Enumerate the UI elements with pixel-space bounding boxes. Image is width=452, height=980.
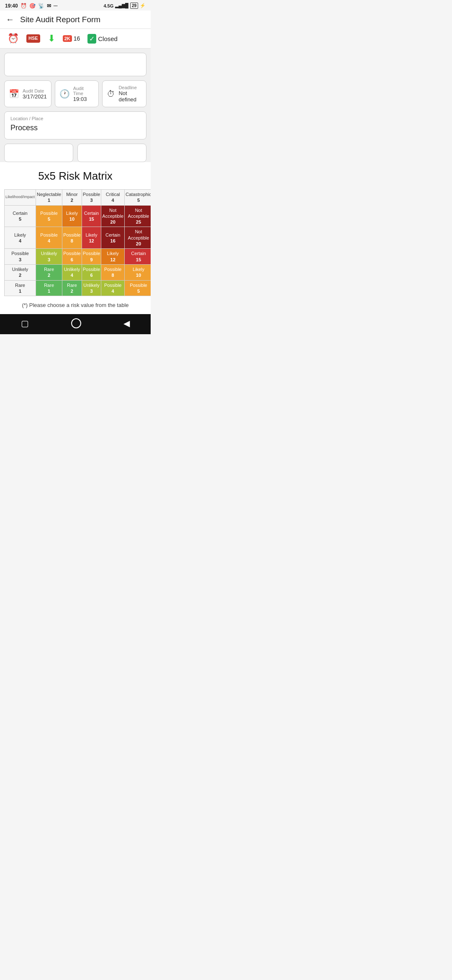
closed-label: Closed <box>98 35 118 42</box>
row-header-3: Unlikely2 <box>5 264 36 280</box>
location-value: Process <box>10 124 140 132</box>
cell-r2-c4[interactable]: Certain15 <box>125 249 151 265</box>
badge-icon: 2K <box>63 35 72 42</box>
col-header-4: Critical4 <box>101 190 125 206</box>
col-header-1: Neglectable1 <box>36 190 62 206</box>
message-icon: ✉ <box>47 3 51 9</box>
signal-icon: 📡 <box>38 3 44 9</box>
cell-r4-c2[interactable]: Unlikely3 <box>82 280 101 296</box>
corner-cell: Likelihood/Impact <box>5 190 36 206</box>
location-box[interactable]: Location / Place Process <box>4 111 146 139</box>
toolbar: ⏰ HSE ⬇ 2K 16 ✓ Closed <box>0 29 151 49</box>
row-header-1: Likely4 <box>5 227 36 249</box>
audit-date-card[interactable]: 📅 Audit Date 3/17/2021 <box>4 80 51 107</box>
cell-r1-c4[interactable]: Not Acceptible20 <box>125 227 151 249</box>
empty-input-box[interactable] <box>4 53 146 76</box>
cell-r2-c0[interactable]: Unlikely3 <box>36 249 62 265</box>
cell-r1-c0[interactable]: Possible4 <box>36 227 62 249</box>
matrix-title: 5x5 Risk Matrix <box>4 170 146 183</box>
alarm-icon: ⏰ <box>21 3 27 9</box>
battery-indicator: 29 <box>130 3 138 9</box>
audit-time-label: Audit Time <box>73 86 95 96</box>
cell-r0-c2[interactable]: Certain15 <box>82 205 101 227</box>
cell-r0-c0[interactable]: Possible5 <box>36 205 62 227</box>
cell-r1-c1[interactable]: Possible8 <box>62 227 82 249</box>
cell-r0-c4[interactable]: Not Acceptible25 <box>125 205 151 227</box>
col-header-2: Minor2 <box>62 190 82 206</box>
clock-icon: ⏰ <box>8 33 19 44</box>
deadline-label: Deadline <box>118 85 142 90</box>
toolbar-badge[interactable]: 2K 16 <box>63 35 80 42</box>
badge-count: 16 <box>74 35 80 42</box>
row-header-2: Possible3 <box>5 249 36 265</box>
partial-btn-right[interactable] <box>77 144 146 162</box>
clock-time-icon: 🕐 <box>59 89 70 99</box>
cell-r0-c3[interactable]: Not Acceptible20 <box>101 205 125 227</box>
location-label: Location / Place <box>10 116 140 121</box>
toolbar-closed[interactable]: ✓ Closed <box>87 34 118 44</box>
deadline-card[interactable]: ⏱ Deadline Not defined <box>102 80 146 107</box>
cell-r4-c0[interactable]: Rare1 <box>36 280 62 296</box>
cell-r2-c1[interactable]: Possible6 <box>62 249 82 265</box>
cell-r3-c4[interactable]: Likely10 <box>125 264 151 280</box>
target-icon: 🎯 <box>29 3 36 9</box>
date-time-row: 📅 Audit Date 3/17/2021 🕐 Audit Time 19:0… <box>4 80 146 107</box>
matrix-note: (*) Please choose a risk value from the … <box>4 302 146 308</box>
status-bar: 19:40 ⏰ 🎯 📡 ✉ ··· 4.5G ▂▄▆█ 29 ⚡ <box>0 0 151 10</box>
calendar-icon: 📅 <box>9 89 19 99</box>
cell-r4-c1[interactable]: Rare2 <box>62 280 82 296</box>
nav-home-button[interactable] <box>71 318 81 328</box>
col-header-5: Catastrophic5 <box>125 190 151 206</box>
cell-r3-c3[interactable]: Possible8 <box>101 264 125 280</box>
nav-back-button[interactable]: ◀ <box>123 318 130 328</box>
hse-icon: HSE <box>26 34 40 42</box>
partial-btn-left[interactable] <box>4 144 73 162</box>
audit-date-label: Audit Date <box>23 88 47 93</box>
signal-bars: ▂▄▆█ <box>115 3 128 8</box>
bottom-nav-bar: ▢ ◀ <box>0 314 151 334</box>
network-type: 4.5G <box>103 3 113 8</box>
app-header: ← Site Audit Report Form <box>0 10 151 29</box>
time-display: 19:40 <box>5 3 18 9</box>
page-title: Site Audit Report Form <box>20 15 100 24</box>
audit-time-card[interactable]: 🕐 Audit Time 19:03 <box>55 80 99 107</box>
cell-r2-c2[interactable]: Possible9 <box>82 249 101 265</box>
cell-r3-c2[interactable]: Possible6 <box>82 264 101 280</box>
cell-r4-c4[interactable]: Possible5 <box>125 280 151 296</box>
form-content: 📅 Audit Date 3/17/2021 🕐 Audit Time 19:0… <box>0 49 151 162</box>
deadline-icon: ⏱ <box>107 89 115 99</box>
row-header-4: Rare1 <box>5 280 36 296</box>
risk-matrix-section: 5x5 Risk Matrix Likelihood/Impact Neglec… <box>0 162 151 314</box>
audit-time-value: 19:03 <box>73 96 95 102</box>
cell-r4-c3[interactable]: Possible4 <box>101 280 125 296</box>
cell-r1-c3[interactable]: Certain16 <box>101 227 125 249</box>
more-icon: ··· <box>54 3 58 9</box>
download-icon: ⬇ <box>48 33 55 44</box>
nav-square-button[interactable]: ▢ <box>21 318 29 328</box>
cell-r3-c1[interactable]: Unlikely4 <box>62 264 82 280</box>
col-header-3: Possible3 <box>82 190 101 206</box>
row-header-0: Certain5 <box>5 205 36 227</box>
cell-r1-c2[interactable]: Likely12 <box>82 227 101 249</box>
audit-date-value: 3/17/2021 <box>23 93 47 100</box>
cell-r0-c1[interactable]: Likely10 <box>62 205 82 227</box>
risk-matrix-table: Likelihood/Impact Neglectable1 Minor2 Po… <box>4 189 151 296</box>
toolbar-download[interactable]: ⬇ <box>48 33 55 44</box>
cell-r2-c3[interactable]: Likely12 <box>101 249 125 265</box>
cell-r3-c0[interactable]: Rare2 <box>36 264 62 280</box>
charging-icon: ⚡ <box>140 3 146 8</box>
bottom-buttons <box>4 144 146 162</box>
check-icon: ✓ <box>87 34 96 44</box>
toolbar-clock[interactable]: ⏰ <box>8 33 19 44</box>
deadline-value: Not defined <box>118 90 142 103</box>
toolbar-hse[interactable]: HSE <box>26 34 40 42</box>
back-button[interactable]: ← <box>6 15 14 24</box>
